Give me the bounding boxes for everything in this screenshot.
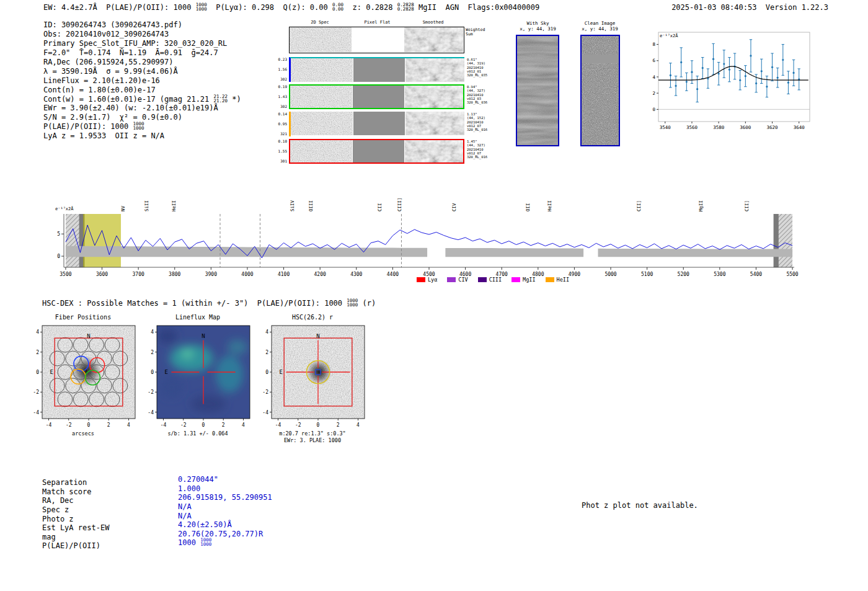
svg-text:5100: 5100 <box>641 272 653 277</box>
fiber-weight-labels: 0.101.55301 <box>276 140 287 163</box>
info-line: ID: 3090264743 (3090264743.pdf) <box>43 20 241 30</box>
svg-text:-2: -2 <box>66 422 72 428</box>
legend-swatch <box>512 277 520 282</box>
text-run: HSC-DEX : Possible Matches = 1 (within +… <box>42 299 347 308</box>
svg-text:e⁻¹⁷x2Å: e⁻¹⁷x2Å <box>660 33 678 38</box>
text-run: F=2.0" T̄=0.174 N̄=1.19 Ā=0.91 ḡ=24.7 <box>43 48 218 57</box>
svg-text:3600: 3600 <box>96 272 108 277</box>
lineflux-caption: s/b: 1.31 +/- 0.064 <box>136 430 260 437</box>
svg-text:-2: -2 <box>295 422 301 428</box>
col-header-2dspec: 2D Spec <box>289 20 351 25</box>
svg-text:4: 4 <box>265 329 268 335</box>
text-run: (r) <box>358 299 376 308</box>
svg-text:e⁻¹⁷x2Å: e⁻¹⁷x2Å <box>55 206 74 211</box>
col-header-smoothed: Smoothed <box>404 20 463 25</box>
clean-image-coords: x, y: 44, 319 <box>574 26 626 32</box>
stacked-fraction: 10001000 <box>200 538 211 546</box>
hsc-caption-2: EWr: 3. PLAE: 1000 <box>250 437 374 444</box>
match-label: Match score <box>42 487 178 496</box>
pixel-flat-segment <box>352 27 404 52</box>
fiber-positions-svg: NE-4-4-2-2002244 <box>21 324 145 428</box>
svg-text:6: 6 <box>652 58 655 63</box>
info-line: Obs: 20210410v012_3090264743 <box>43 30 241 39</box>
svg-text:-2: -2 <box>148 389 154 395</box>
match-value: 20.76(20.75,20.77)R <box>178 530 263 538</box>
svg-text:3540: 3540 <box>660 125 671 130</box>
line-fit-svg: 35403560358036003620364002468e⁻¹⁷x2Å <box>644 27 814 142</box>
spectrum-svg: 3500360037003800390040004100420043004400… <box>53 184 815 290</box>
text-run: Cont(w) = 1.60(±0.01)e-17 (gmag 21.21 <box>43 95 214 104</box>
text-run: λ = 3590.19Å σ = 9.99(±4.06)Å <box>43 67 178 76</box>
info-line: P(LAE)/P(OII): 1000 10001000 <box>43 122 241 131</box>
legend-item: HeII <box>546 277 569 283</box>
svg-text:0: 0 <box>36 370 39 375</box>
svg-text:E: E <box>50 369 53 375</box>
legend-item: Lyα <box>417 277 437 283</box>
svg-text:CIV: CIV <box>451 203 457 211</box>
match-table: Separation0.270044"Match score1.000RA, D… <box>42 476 272 549</box>
fiber-annotation: 0.61"(44, 319)20210410v012_01320_RL_035 <box>467 58 500 77</box>
spec2d-panel: 2D Spec Pixel Flat Smoothed Weighted Sum… <box>276 20 500 166</box>
svg-text:0: 0 <box>317 422 320 428</box>
spec2d-strip <box>289 84 464 109</box>
date-version: 2025-01-03 08:40:53 Version 1.22.3 <box>671 3 828 12</box>
svg-text:3580: 3580 <box>713 125 725 130</box>
text-run: S/N = 2.9(±1.7) χ² = 0.9(±0.0) <box>43 113 182 122</box>
info-line: Cont(n) = 1.80(±0.00)e-17 <box>43 85 241 94</box>
weighted-sum-label: Weighted Sum <box>466 28 485 37</box>
match-label: Spec z <box>42 505 178 514</box>
svg-text:3620: 3620 <box>767 125 779 130</box>
text-run: z: 0.2828 <box>343 3 397 12</box>
svg-text:4: 4 <box>356 422 360 428</box>
svg-text:0: 0 <box>57 254 60 259</box>
svg-text:5300: 5300 <box>714 272 725 277</box>
svg-text:4: 4 <box>127 422 130 428</box>
info-line: Cont(w) = 1.60(±0.01)e-17 (gmag 21.21 21… <box>43 94 241 104</box>
svg-text:5200: 5200 <box>678 272 689 277</box>
match-value: 1.000 <box>178 484 200 493</box>
svg-text:3500: 3500 <box>60 272 71 277</box>
svg-text:-4: -4 <box>33 410 39 415</box>
hsc-image-canvas: NE-4-4-2-2002244 <box>250 324 374 430</box>
svg-text:-2: -2 <box>262 389 268 395</box>
spec2d-image-segment <box>291 112 353 135</box>
svg-text:3800: 3800 <box>169 272 180 277</box>
svg-text:5: 5 <box>57 231 60 237</box>
svg-text:3640: 3640 <box>794 125 805 130</box>
fiber-annotation: 0.94"(44, 327)20210410v012_03320_RL_036 <box>467 85 500 104</box>
lineflux-map-canvas: NE-4-4-2-2002244 <box>136 324 260 430</box>
svg-text:5500: 5500 <box>786 272 798 277</box>
svg-text:N: N <box>202 333 205 339</box>
svg-text:SiII: SiII <box>144 200 149 211</box>
smoothed-segment <box>405 140 464 164</box>
svg-text:2: 2 <box>36 350 39 355</box>
svg-text:-2: -2 <box>33 389 39 395</box>
clean-image-title: Clean Image <box>574 20 626 26</box>
svg-text:NV: NV <box>120 205 126 211</box>
col-header-pixelflat: Pixel Flat <box>351 20 404 25</box>
hsc-dex-header: HSC-DEX : Possible Matches = 1 (within +… <box>42 299 376 308</box>
svg-text:HeII: HeII <box>171 200 177 211</box>
smoothed-segment <box>405 58 464 82</box>
hsc-image-title: HSC(26.2) r <box>250 314 374 324</box>
text-run: MgII AGN Flags:0x00400009 <box>414 3 539 12</box>
svg-text:-4: -4 <box>46 422 52 428</box>
svg-text:3560: 3560 <box>686 125 698 130</box>
svg-text:0: 0 <box>87 422 91 428</box>
hsc-image-plot: HSC(26.2) r NE-4-4-2-2002244 m:20.7 re:1… <box>250 314 374 444</box>
svg-text:3600: 3600 <box>740 125 751 130</box>
clean-image-noise <box>582 36 619 145</box>
svg-text:CII: CII <box>377 203 383 211</box>
match-label: Separation <box>42 478 178 487</box>
info-line: Primary Spec_Slot_IFU_AMP: 320_032_020_R… <box>43 39 241 48</box>
text-run: LyA z = 1.9533 OII z = N/A <box>43 131 164 140</box>
full-spectrum-chart: 3500360037003800390040004100420043004400… <box>53 184 815 290</box>
match-value: N/A <box>178 512 192 520</box>
svg-text:-4: -4 <box>148 410 154 415</box>
hsc-caption-1: m:20.7 re:1.3" s:0.3" <box>250 430 374 437</box>
legend-item: CIII <box>478 277 502 283</box>
summary-header: EW: 4.4±2.7Å P(LAE)/P(OII): 1000 1000100… <box>43 3 539 12</box>
fiber-xlabel: arcsecs <box>21 430 145 437</box>
svg-text:HeII: HeII <box>547 200 552 211</box>
match-value: 4.20(±2.50)Å <box>178 520 232 529</box>
